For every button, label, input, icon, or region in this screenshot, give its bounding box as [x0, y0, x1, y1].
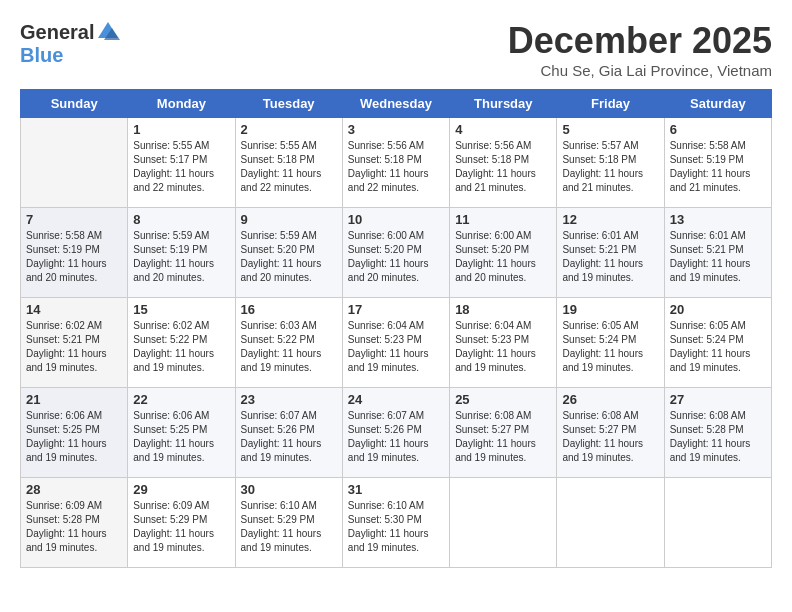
day-info: Sunrise: 6:10 AMSunset: 5:30 PMDaylight:…: [348, 499, 444, 555]
day-info: Sunrise: 6:01 AMSunset: 5:21 PMDaylight:…: [670, 229, 766, 285]
day-number: 26: [562, 392, 658, 407]
header-thursday: Thursday: [450, 90, 557, 118]
day-number: 27: [670, 392, 766, 407]
day-info: Sunrise: 6:06 AMSunset: 5:25 PMDaylight:…: [26, 409, 122, 465]
day-info: Sunrise: 6:09 AMSunset: 5:29 PMDaylight:…: [133, 499, 229, 555]
day-info: Sunrise: 5:59 AMSunset: 5:19 PMDaylight:…: [133, 229, 229, 285]
day-info: Sunrise: 5:55 AMSunset: 5:18 PMDaylight:…: [241, 139, 337, 195]
calendar-cell: [664, 478, 771, 568]
day-number: 20: [670, 302, 766, 317]
calendar-cell: 12Sunrise: 6:01 AMSunset: 5:21 PMDayligh…: [557, 208, 664, 298]
calendar-cell: 6Sunrise: 5:58 AMSunset: 5:19 PMDaylight…: [664, 118, 771, 208]
day-info: Sunrise: 6:01 AMSunset: 5:21 PMDaylight:…: [562, 229, 658, 285]
day-info: Sunrise: 6:04 AMSunset: 5:23 PMDaylight:…: [455, 319, 551, 375]
calendar-cell: 23Sunrise: 6:07 AMSunset: 5:26 PMDayligh…: [235, 388, 342, 478]
calendar-cell: 18Sunrise: 6:04 AMSunset: 5:23 PMDayligh…: [450, 298, 557, 388]
calendar-cell: 21Sunrise: 6:06 AMSunset: 5:25 PMDayligh…: [21, 388, 128, 478]
day-number: 1: [133, 122, 229, 137]
day-number: 25: [455, 392, 551, 407]
day-number: 30: [241, 482, 337, 497]
day-number: 2: [241, 122, 337, 137]
day-info: Sunrise: 5:58 AMSunset: 5:19 PMDaylight:…: [670, 139, 766, 195]
calendar-cell: 16Sunrise: 6:03 AMSunset: 5:22 PMDayligh…: [235, 298, 342, 388]
day-info: Sunrise: 6:02 AMSunset: 5:21 PMDaylight:…: [26, 319, 122, 375]
day-number: 12: [562, 212, 658, 227]
header-monday: Monday: [128, 90, 235, 118]
month-title: December 2025: [508, 20, 772, 62]
day-info: Sunrise: 5:57 AMSunset: 5:18 PMDaylight:…: [562, 139, 658, 195]
day-number: 19: [562, 302, 658, 317]
day-number: 21: [26, 392, 122, 407]
calendar-cell: 20Sunrise: 6:05 AMSunset: 5:24 PMDayligh…: [664, 298, 771, 388]
day-info: Sunrise: 5:56 AMSunset: 5:18 PMDaylight:…: [348, 139, 444, 195]
day-number: 16: [241, 302, 337, 317]
day-info: Sunrise: 6:02 AMSunset: 5:22 PMDaylight:…: [133, 319, 229, 375]
day-number: 13: [670, 212, 766, 227]
day-info: Sunrise: 6:08 AMSunset: 5:27 PMDaylight:…: [455, 409, 551, 465]
calendar-table: SundayMondayTuesdayWednesdayThursdayFrid…: [20, 89, 772, 568]
day-info: Sunrise: 5:58 AMSunset: 5:19 PMDaylight:…: [26, 229, 122, 285]
calendar-cell: 13Sunrise: 6:01 AMSunset: 5:21 PMDayligh…: [664, 208, 771, 298]
day-number: 14: [26, 302, 122, 317]
day-number: 15: [133, 302, 229, 317]
calendar-cell: 1Sunrise: 5:55 AMSunset: 5:17 PMDaylight…: [128, 118, 235, 208]
day-info: Sunrise: 5:55 AMSunset: 5:17 PMDaylight:…: [133, 139, 229, 195]
calendar-cell: 7Sunrise: 5:58 AMSunset: 5:19 PMDaylight…: [21, 208, 128, 298]
calendar-week-5: 28Sunrise: 6:09 AMSunset: 5:28 PMDayligh…: [21, 478, 772, 568]
calendar-week-3: 14Sunrise: 6:02 AMSunset: 5:21 PMDayligh…: [21, 298, 772, 388]
day-info: Sunrise: 6:06 AMSunset: 5:25 PMDaylight:…: [133, 409, 229, 465]
calendar-cell: 31Sunrise: 6:10 AMSunset: 5:30 PMDayligh…: [342, 478, 449, 568]
calendar-cell: 10Sunrise: 6:00 AMSunset: 5:20 PMDayligh…: [342, 208, 449, 298]
calendar-cell: [557, 478, 664, 568]
calendar-cell: 22Sunrise: 6:06 AMSunset: 5:25 PMDayligh…: [128, 388, 235, 478]
calendar-cell: 15Sunrise: 6:02 AMSunset: 5:22 PMDayligh…: [128, 298, 235, 388]
logo-blue-text: Blue: [20, 44, 63, 67]
day-number: 17: [348, 302, 444, 317]
calendar-cell: 28Sunrise: 6:09 AMSunset: 5:28 PMDayligh…: [21, 478, 128, 568]
calendar-header-row: SundayMondayTuesdayWednesdayThursdayFrid…: [21, 90, 772, 118]
calendar-week-4: 21Sunrise: 6:06 AMSunset: 5:25 PMDayligh…: [21, 388, 772, 478]
calendar-cell: 24Sunrise: 6:07 AMSunset: 5:26 PMDayligh…: [342, 388, 449, 478]
calendar-cell: [21, 118, 128, 208]
day-number: 3: [348, 122, 444, 137]
day-info: Sunrise: 6:08 AMSunset: 5:28 PMDaylight:…: [670, 409, 766, 465]
location-text: Chu Se, Gia Lai Province, Vietnam: [508, 62, 772, 79]
day-number: 7: [26, 212, 122, 227]
day-number: 10: [348, 212, 444, 227]
calendar-week-1: 1Sunrise: 5:55 AMSunset: 5:17 PMDaylight…: [21, 118, 772, 208]
day-number: 31: [348, 482, 444, 497]
calendar-cell: 17Sunrise: 6:04 AMSunset: 5:23 PMDayligh…: [342, 298, 449, 388]
calendar-cell: 8Sunrise: 5:59 AMSunset: 5:19 PMDaylight…: [128, 208, 235, 298]
logo-icon: [96, 20, 120, 44]
day-number: 28: [26, 482, 122, 497]
day-info: Sunrise: 6:09 AMSunset: 5:28 PMDaylight:…: [26, 499, 122, 555]
day-number: 4: [455, 122, 551, 137]
header-saturday: Saturday: [664, 90, 771, 118]
day-info: Sunrise: 5:56 AMSunset: 5:18 PMDaylight:…: [455, 139, 551, 195]
day-info: Sunrise: 6:07 AMSunset: 5:26 PMDaylight:…: [241, 409, 337, 465]
day-info: Sunrise: 5:59 AMSunset: 5:20 PMDaylight:…: [241, 229, 337, 285]
day-number: 22: [133, 392, 229, 407]
calendar-cell: 27Sunrise: 6:08 AMSunset: 5:28 PMDayligh…: [664, 388, 771, 478]
calendar-cell: 3Sunrise: 5:56 AMSunset: 5:18 PMDaylight…: [342, 118, 449, 208]
header-friday: Friday: [557, 90, 664, 118]
page-header: General Blue December 2025 Chu Se, Gia L…: [20, 20, 772, 79]
header-wednesday: Wednesday: [342, 90, 449, 118]
title-section: December 2025 Chu Se, Gia Lai Province, …: [508, 20, 772, 79]
day-info: Sunrise: 6:08 AMSunset: 5:27 PMDaylight:…: [562, 409, 658, 465]
day-info: Sunrise: 6:00 AMSunset: 5:20 PMDaylight:…: [455, 229, 551, 285]
calendar-cell: 25Sunrise: 6:08 AMSunset: 5:27 PMDayligh…: [450, 388, 557, 478]
day-info: Sunrise: 6:07 AMSunset: 5:26 PMDaylight:…: [348, 409, 444, 465]
calendar-cell: 9Sunrise: 5:59 AMSunset: 5:20 PMDaylight…: [235, 208, 342, 298]
calendar-cell: 29Sunrise: 6:09 AMSunset: 5:29 PMDayligh…: [128, 478, 235, 568]
day-info: Sunrise: 6:10 AMSunset: 5:29 PMDaylight:…: [241, 499, 337, 555]
calendar-cell: 4Sunrise: 5:56 AMSunset: 5:18 PMDaylight…: [450, 118, 557, 208]
day-number: 24: [348, 392, 444, 407]
calendar-cell: 2Sunrise: 5:55 AMSunset: 5:18 PMDaylight…: [235, 118, 342, 208]
calendar-cell: 14Sunrise: 6:02 AMSunset: 5:21 PMDayligh…: [21, 298, 128, 388]
calendar-cell: 5Sunrise: 5:57 AMSunset: 5:18 PMDaylight…: [557, 118, 664, 208]
day-info: Sunrise: 6:00 AMSunset: 5:20 PMDaylight:…: [348, 229, 444, 285]
calendar-cell: [450, 478, 557, 568]
calendar-cell: 26Sunrise: 6:08 AMSunset: 5:27 PMDayligh…: [557, 388, 664, 478]
day-info: Sunrise: 6:04 AMSunset: 5:23 PMDaylight:…: [348, 319, 444, 375]
